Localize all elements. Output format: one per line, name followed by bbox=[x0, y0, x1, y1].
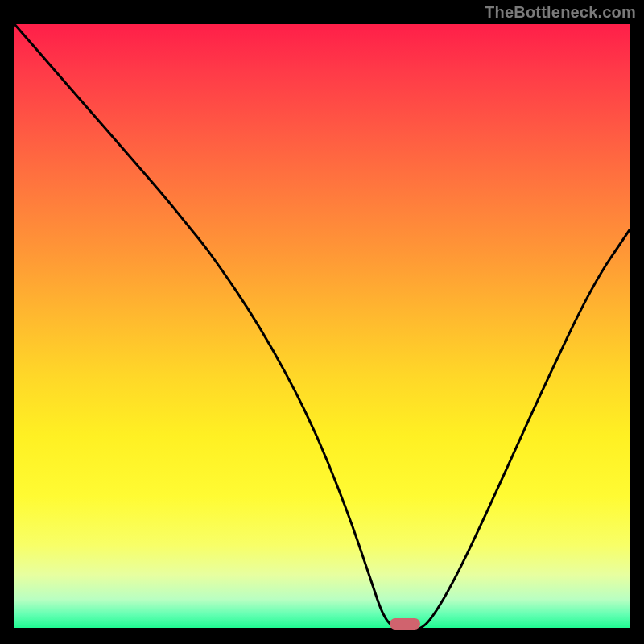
x-axis-baseline bbox=[14, 628, 630, 630]
bottleneck-curve bbox=[14, 24, 630, 630]
chart-frame: TheBottleneck.com bbox=[0, 0, 644, 644]
watermark-text: TheBottleneck.com bbox=[485, 3, 636, 22]
optimum-marker bbox=[390, 618, 420, 630]
plot-area bbox=[14, 24, 630, 630]
